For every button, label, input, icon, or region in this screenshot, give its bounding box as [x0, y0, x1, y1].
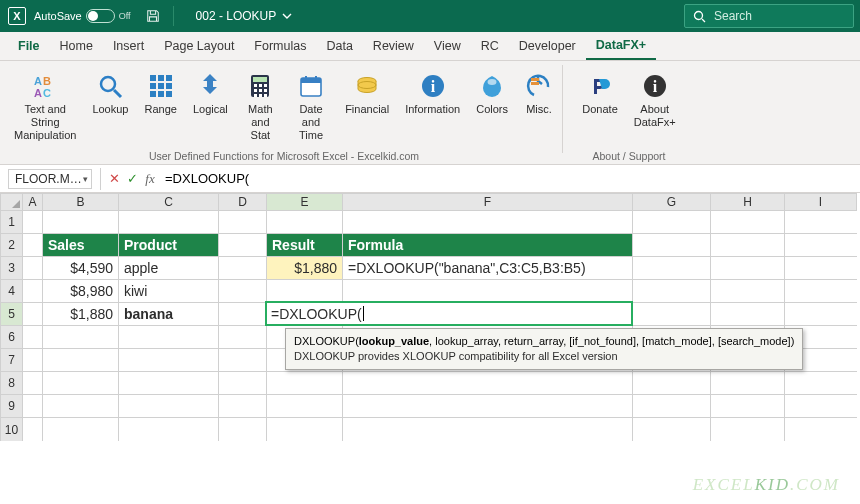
cell-E3[interactable]: $1,880	[267, 257, 343, 280]
ribbon-math-button[interactable]: Math and Stat	[236, 63, 285, 142]
cell-H2[interactable]	[711, 234, 785, 257]
cell-D4[interactable]	[219, 280, 267, 303]
cell-B1[interactable]	[43, 211, 119, 234]
cell-G3[interactable]	[633, 257, 711, 280]
cell-B4[interactable]: $8,980	[43, 280, 119, 303]
row-header-10[interactable]: 10	[0, 418, 23, 441]
tab-review[interactable]: Review	[363, 32, 424, 60]
cell-I9[interactable]	[785, 395, 857, 418]
cell-I4[interactable]	[785, 280, 857, 303]
ribbon-financial-button[interactable]: Financial	[337, 63, 397, 142]
cell-I5[interactable]	[785, 303, 857, 326]
cell-C5[interactable]: banana	[119, 303, 219, 326]
cell-A5[interactable]	[23, 303, 43, 326]
tab-file[interactable]: File	[8, 32, 50, 60]
cell-F1[interactable]	[343, 211, 633, 234]
tab-data[interactable]: Data	[316, 32, 362, 60]
col-header-C[interactable]: C	[119, 193, 219, 211]
tab-view[interactable]: View	[424, 32, 471, 60]
cell-G8[interactable]	[633, 372, 711, 395]
cell-D9[interactable]	[219, 395, 267, 418]
cell-A9[interactable]	[23, 395, 43, 418]
cell-E1[interactable]	[267, 211, 343, 234]
ribbon-misc-button[interactable]: Misc.	[516, 63, 562, 142]
tell-me-search[interactable]	[684, 4, 854, 28]
worksheet-grid[interactable]: ABCDEFGHI 12SalesProductResultFormula3$4…	[0, 193, 860, 503]
ribbon-logical-button[interactable]: Logical	[185, 63, 236, 142]
ribbon-donate-button[interactable]: Donate	[574, 63, 625, 129]
search-input[interactable]	[712, 8, 860, 24]
tab-datafx[interactable]: DataFX+	[586, 32, 656, 60]
name-box[interactable]: FLOOR.M…▾	[8, 169, 92, 189]
tab-insert[interactable]: Insert	[103, 32, 154, 60]
cell-D6[interactable]	[219, 326, 267, 349]
tab-pagelayout[interactable]: Page Layout	[154, 32, 244, 60]
col-header-F[interactable]: F	[343, 193, 633, 211]
save-icon[interactable]	[145, 8, 161, 24]
cell-A4[interactable]	[23, 280, 43, 303]
cell-B9[interactable]	[43, 395, 119, 418]
cell-I2[interactable]	[785, 234, 857, 257]
cell-I1[interactable]	[785, 211, 857, 234]
cell-E10[interactable]	[267, 418, 343, 441]
cell-B8[interactable]	[43, 372, 119, 395]
cell-E8[interactable]	[267, 372, 343, 395]
cell-G10[interactable]	[633, 418, 711, 441]
cell-G5[interactable]	[633, 303, 711, 326]
row-header-3[interactable]: 3	[0, 257, 23, 280]
cancel-formula-button[interactable]: ✕	[105, 171, 123, 186]
ribbon-date-button[interactable]: Date and Time	[285, 63, 337, 142]
col-header-H[interactable]: H	[711, 193, 785, 211]
col-header-E[interactable]: E	[267, 193, 343, 211]
cell-D3[interactable]	[219, 257, 267, 280]
cell-H9[interactable]	[711, 395, 785, 418]
cell-E9[interactable]	[267, 395, 343, 418]
cell-H3[interactable]	[711, 257, 785, 280]
insert-function-button[interactable]: fx	[141, 171, 159, 187]
editing-cell[interactable]: =DXLOOKUP(	[265, 301, 633, 326]
col-header-A[interactable]: A	[23, 193, 43, 211]
row-header-4[interactable]: 4	[0, 280, 23, 303]
row-header-2[interactable]: 2	[0, 234, 23, 257]
cell-B10[interactable]	[43, 418, 119, 441]
cell-B6[interactable]	[43, 326, 119, 349]
tab-rc[interactable]: RC	[471, 32, 509, 60]
cell-D1[interactable]	[219, 211, 267, 234]
row-header-5[interactable]: 5	[0, 303, 23, 326]
cell-D10[interactable]	[219, 418, 267, 441]
cell-A6[interactable]	[23, 326, 43, 349]
enter-formula-button[interactable]: ✓	[123, 171, 141, 186]
col-header-D[interactable]: D	[219, 193, 267, 211]
tab-formulas[interactable]: Formulas	[244, 32, 316, 60]
cell-D8[interactable]	[219, 372, 267, 395]
cell-H5[interactable]	[711, 303, 785, 326]
col-header-I[interactable]: I	[785, 193, 857, 211]
cell-A10[interactable]	[23, 418, 43, 441]
cell-A8[interactable]	[23, 372, 43, 395]
select-all-cell[interactable]	[0, 193, 23, 211]
autosave-toggle[interactable]: AutoSave Off	[34, 9, 131, 23]
tab-developer[interactable]: Developer	[509, 32, 586, 60]
cell-B2[interactable]: Sales	[43, 234, 119, 257]
cell-F9[interactable]	[343, 395, 633, 418]
cell-H4[interactable]	[711, 280, 785, 303]
cell-B5[interactable]: $1,880	[43, 303, 119, 326]
cell-F2[interactable]: Formula	[343, 234, 633, 257]
ribbon-range-button[interactable]: Range	[136, 63, 184, 142]
cell-F4[interactable]	[343, 280, 633, 303]
row-header-8[interactable]: 8	[0, 372, 23, 395]
cell-H10[interactable]	[711, 418, 785, 441]
cell-D5[interactable]	[219, 303, 267, 326]
cell-G1[interactable]	[633, 211, 711, 234]
row-header-6[interactable]: 6	[0, 326, 23, 349]
cell-H1[interactable]	[711, 211, 785, 234]
cell-A3[interactable]	[23, 257, 43, 280]
row-header-1[interactable]: 1	[0, 211, 23, 234]
cell-G2[interactable]	[633, 234, 711, 257]
cell-D2[interactable]	[219, 234, 267, 257]
col-header-B[interactable]: B	[43, 193, 119, 211]
cell-C3[interactable]: apple	[119, 257, 219, 280]
cell-C9[interactable]	[119, 395, 219, 418]
cell-I10[interactable]	[785, 418, 857, 441]
cell-B3[interactable]: $4,590	[43, 257, 119, 280]
